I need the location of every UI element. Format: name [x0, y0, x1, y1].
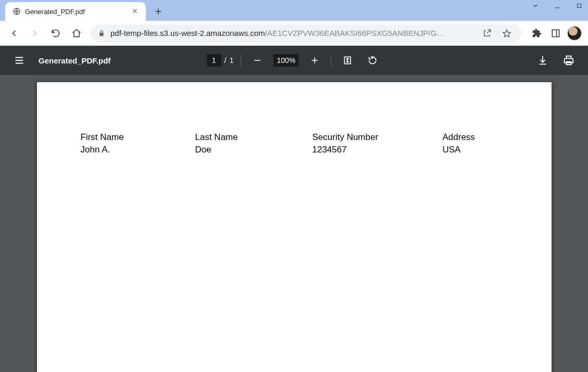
forward-button[interactable] [26, 24, 44, 42]
cell-security-number: 1234567 [312, 145, 443, 155]
chevron-down-icon[interactable] [532, 2, 539, 9]
page-separator: / [224, 56, 227, 65]
page-indicator: 1 / 1 [207, 54, 234, 67]
rotate-button[interactable] [364, 52, 381, 69]
pdf-page: First Name Last Name Security Number Add… [37, 82, 552, 372]
browser-tab[interactable]: Generated_PDF.pdf [5, 2, 146, 21]
header-last-name: Last Name [195, 132, 312, 143]
back-button[interactable] [5, 24, 23, 42]
close-icon[interactable] [131, 7, 140, 16]
zoom-in-button[interactable] [306, 52, 323, 69]
browser-nav-bar: pdf-temp-files.s3.us-west-2.amazonaws.co… [0, 21, 588, 46]
cell-last-name: Doe [195, 145, 312, 155]
new-tab-button[interactable] [151, 4, 166, 19]
side-panel-icon[interactable] [547, 25, 564, 42]
lock-icon [98, 30, 105, 37]
total-pages: 1 [230, 56, 234, 65]
divider [331, 55, 331, 66]
share-icon[interactable] [480, 26, 494, 41]
globe-icon [12, 7, 21, 16]
url-text: pdf-temp-files.s3.us-west-2.amazonaws.co… [110, 29, 474, 37]
address-bar[interactable]: pdf-temp-files.s3.us-west-2.amazonaws.co… [91, 24, 521, 42]
zoom-level[interactable]: 100% [273, 54, 298, 67]
browser-tab-strip: Generated_PDF.pdf [0, 0, 588, 21]
minimize-icon[interactable] [554, 2, 561, 9]
url-domain: pdf-temp-files.s3.us-west-2.amazonaws.co… [110, 29, 265, 37]
window-controls [532, 0, 583, 9]
cell-first-name: John A. [81, 145, 195, 155]
header-first-name: First Name [81, 132, 195, 143]
maximize-icon[interactable] [576, 2, 583, 9]
menu-icon[interactable] [10, 52, 28, 69]
pdf-controls-center: 1 / 1 100% [207, 52, 382, 69]
profile-avatar[interactable] [566, 25, 583, 42]
table-header-row: First Name Last Name Security Number Add… [81, 132, 508, 143]
svg-rect-1 [578, 4, 581, 8]
pdf-viewport[interactable]: First Name Last Name Security Number Add… [0, 75, 588, 372]
zoom-out-button[interactable] [248, 52, 266, 69]
home-button[interactable] [68, 24, 85, 42]
current-page-input[interactable]: 1 [207, 54, 221, 67]
header-address: Address [443, 132, 508, 143]
extensions-icon[interactable] [529, 25, 545, 42]
tab-title: Generated_PDF.pdf [25, 8, 127, 16]
fit-to-page-button[interactable] [339, 52, 356, 69]
table-row: John A. Doe 1234567 USA [81, 145, 508, 155]
pdf-toolbar: Generated_PDF.pdf 1 / 1 100% [0, 46, 588, 75]
cell-address: USA [443, 145, 508, 155]
reload-button[interactable] [47, 24, 65, 42]
divider [241, 55, 241, 66]
header-security-number: Security Number [312, 132, 443, 143]
download-button[interactable] [534, 52, 552, 69]
extension-icons [529, 25, 583, 42]
pdf-controls-right [534, 52, 578, 69]
print-button[interactable] [560, 52, 578, 69]
pdf-filename: Generated_PDF.pdf [39, 56, 110, 65]
bookmark-icon[interactable] [499, 26, 514, 41]
svg-rect-2 [552, 30, 559, 36]
avatar [567, 26, 582, 41]
url-path: /AE1CVZPVW36EABAKSI66PSXG5ANBENJP/G… [265, 29, 444, 37]
